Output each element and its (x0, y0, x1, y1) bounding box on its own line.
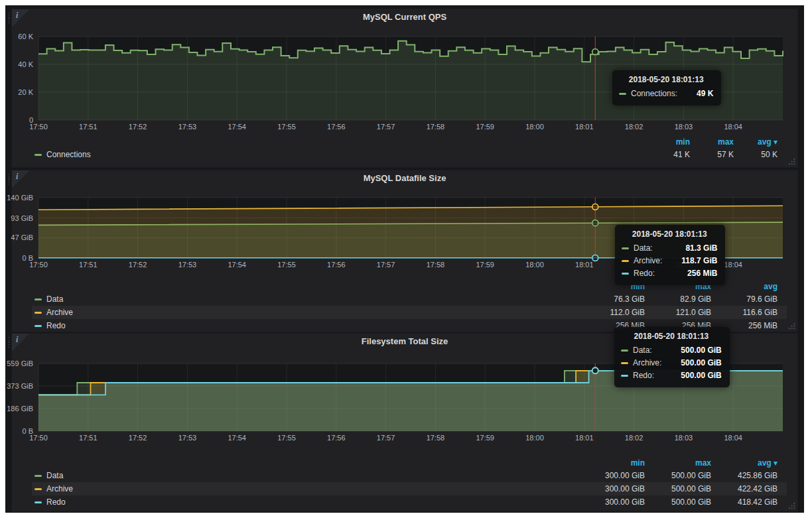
legend-value: 79.6 GiB (720, 294, 778, 304)
legend-swatch-icon[interactable] (34, 325, 42, 327)
legend-row: Connections41 K57 K50 K (32, 148, 787, 161)
tooltip-swatch-icon (622, 260, 629, 262)
legend-value: 422.42 GiB (720, 484, 778, 493)
x-axis-tick: 17:53 (166, 261, 208, 269)
legend-series-redo[interactable]: Redo (32, 497, 66, 507)
legend: minmaxavg ▾Data300.00 GiB500.00 GiB425.8… (32, 457, 787, 509)
legend-value: 300.00 GiB (588, 471, 645, 480)
panel-title[interactable]: MySQL Datafile Size (12, 173, 797, 183)
x-axis-tick: 17:52 (117, 123, 159, 131)
legend-swatch-icon[interactable] (34, 501, 42, 503)
legend-value: 116.6 GiB (720, 308, 778, 317)
legend-sort-avg[interactable]: avg ▾ (720, 458, 778, 468)
legend-sort-avg[interactable]: avg ▾ (743, 137, 778, 147)
x-axis-tick: 17:58 (414, 261, 456, 269)
legend-series-archive[interactable]: Archive (32, 484, 73, 493)
x-axis-tick: 17:56 (315, 434, 358, 442)
legend-swatch-icon[interactable] (34, 488, 42, 490)
x-axis-tick: 17:52 (117, 261, 159, 269)
legend-series-data[interactable]: Data (32, 471, 63, 480)
tooltip-series-row: Data:81.3 GiB (622, 242, 717, 255)
tooltip-swatch-icon (621, 375, 628, 377)
tooltip-series-row: Redo:256 MiB (622, 267, 717, 280)
crosshair-marker-data (592, 220, 598, 226)
panel-resize-grip[interactable] (789, 503, 796, 510)
panel-filesystem-total-size: i Filesystem Total Size minmaxavg ▾Data3… (12, 334, 797, 511)
legend-sort-max[interactable]: max (699, 137, 734, 147)
grafana-dashboard: ⋮⋮ ⋮⋮ ⋮⋮ i MySQL Current QPS minmaxavg ▾… (5, 5, 804, 513)
x-axis-tick: 17:55 (265, 123, 308, 131)
y-axis-tick: 60 K (0, 32, 33, 40)
legend-swatch-icon[interactable] (34, 154, 42, 156)
panel-resize-grip[interactable] (789, 323, 796, 330)
x-axis-tick: 17:56 (315, 261, 358, 269)
crosshair-marker-redo (592, 255, 598, 261)
legend-row: Data300.00 GiB500.00 GiB425.86 GiB (32, 469, 787, 482)
x-axis-tick: 17:59 (464, 261, 506, 269)
x-axis-tick: 17:57 (365, 261, 407, 269)
legend-sort-avg[interactable]: avg (720, 282, 778, 291)
panel-resize-grip[interactable] (789, 159, 796, 166)
legend-sort-min[interactable]: min (588, 458, 645, 468)
tooltip-swatch-icon (622, 247, 629, 249)
legend-sort-min[interactable]: min (655, 137, 690, 147)
legend-value: 82.9 GiB (654, 294, 711, 304)
legend-swatch-icon[interactable] (34, 298, 42, 300)
legend-swatch-icon[interactable] (34, 475, 42, 477)
legend-row: Archive112.0 GiB121.0 GiB116.6 GiB (32, 306, 787, 319)
legend-value: 121.0 GiB (654, 308, 711, 317)
x-axis-tick: 17:54 (216, 261, 258, 269)
crosshair-marker-redo (592, 367, 598, 373)
row-drag-handle[interactable]: ⋮⋮ (5, 338, 12, 347)
x-axis-tick: 17:51 (67, 434, 109, 442)
x-axis-tick: 17:52 (117, 434, 159, 442)
y-axis-tick: 140 GiB (0, 194, 33, 202)
panel-info-icon[interactable]: i (12, 9, 29, 27)
legend-sort-max[interactable]: max (654, 458, 711, 468)
legend: minmaxavg ▾Connections41 K57 K50 K (32, 136, 787, 161)
legend-value: 500.00 GiB (654, 484, 711, 493)
x-axis-tick: 17:53 (166, 123, 208, 131)
x-axis-tick: 17:51 (67, 123, 109, 131)
row-drag-handle[interactable]: ⋮⋮ (5, 174, 12, 184)
row-drag-handle[interactable]: ⋮⋮ (5, 13, 12, 23)
x-axis-tick: 17:57 (365, 434, 407, 442)
tooltip-series-row: Archive:500.00 GiB (621, 357, 722, 369)
tooltip-series-row: Connections:49 K (619, 88, 713, 100)
legend-value: 425.86 GiB (720, 471, 778, 480)
x-axis-tick: 17:53 (166, 434, 208, 442)
x-axis-tick: 18:00 (513, 434, 556, 442)
legend-swatch-icon[interactable] (34, 312, 42, 314)
tooltip-timestamp: 2018-05-20 18:01:13 (619, 75, 713, 84)
legend-value: 76.3 GiB (588, 294, 645, 304)
x-axis-tick: 18:04 (712, 123, 754, 131)
x-axis-tick: 18:04 (712, 434, 754, 442)
panel-info-icon[interactable]: i (12, 170, 29, 188)
legend: minmaxavgData76.3 GiB82.9 GiB79.6 GiBArc… (32, 281, 787, 332)
panel-info-icon[interactable]: i (12, 334, 29, 351)
tooltip-swatch-icon (621, 350, 628, 352)
x-axis-tick: 17:54 (216, 123, 258, 131)
chart-tooltip: 2018-05-20 18:01:13Data:500.00 GiBArchiv… (614, 327, 730, 387)
legend-row: Data76.3 GiB82.9 GiB79.6 GiB (32, 292, 787, 306)
legend-series-data[interactable]: Data (32, 294, 63, 304)
legend-series-redo[interactable]: Redo (32, 321, 66, 330)
y-axis-tick: 559 GiB (0, 359, 33, 367)
y-axis-tick: 93 GiB (0, 214, 33, 222)
tooltip-swatch-icon (622, 273, 629, 275)
legend-value: 500.00 GiB (654, 497, 711, 507)
crosshair-marker-archive (592, 204, 598, 210)
tooltip-series-row: Data:500.00 GiB (621, 344, 722, 357)
panel-title[interactable]: MySQL Current QPS (12, 12, 797, 22)
legend-series-archive[interactable]: Archive (32, 308, 73, 317)
legend-value: 57 K (699, 150, 734, 159)
legend-row: Redo300.00 GiB500.00 GiB418.42 GiB (32, 495, 787, 509)
x-axis-tick: 17:58 (414, 434, 456, 442)
tooltip-series-row: Archive:118.7 GiB (622, 255, 717, 267)
tooltip-swatch-icon (619, 93, 626, 95)
x-axis-tick: 17:56 (315, 123, 358, 131)
y-axis-tick: 20 K (0, 88, 33, 96)
x-axis-tick: 18:02 (613, 434, 655, 442)
x-axis-tick: 18:02 (613, 123, 655, 131)
legend-series-connections[interactable]: Connections (32, 150, 91, 159)
